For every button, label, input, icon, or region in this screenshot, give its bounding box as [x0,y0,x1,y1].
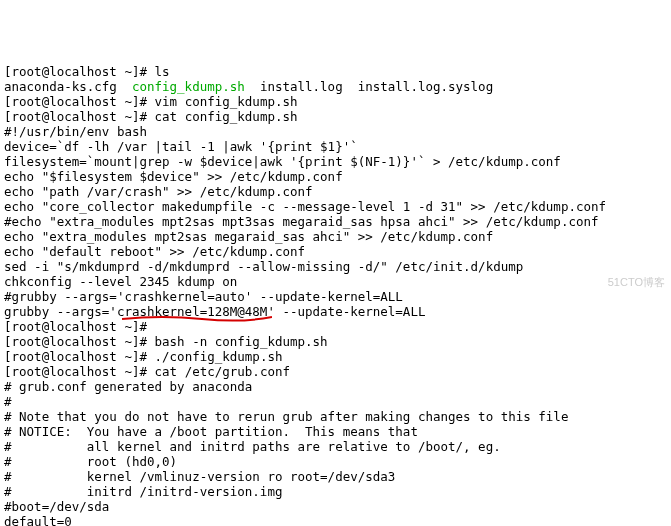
shell-prompt: [root@localhost ~]# [4,109,147,124]
command-text: vim config_kdump.sh [155,94,298,109]
script-line: #!/usr/bin/env bash [4,124,667,139]
script-line: filesystem=`mount|grep -w $device|awk '{… [4,154,667,169]
grub-line: # NOTICE: You have a /boot partition. Th… [4,424,667,439]
script-line: #grubby --args='crashkernel=auto' --upda… [4,289,667,304]
grub-line: # all kernel and initrd paths are relati… [4,439,667,454]
script-line: #echo "extra_modules mpt2sas mpt3sas meg… [4,214,667,229]
script-line: grubby --args='crashkernel=128M@48M' --u… [4,304,667,319]
grub-line: #boot=/dev/sda [4,499,667,514]
grub-line: # initrd /initrd-version.img [4,484,667,499]
shell-prompt: [root@localhost ~]# [4,349,147,364]
shell-prompt: [root@localhost ~]# [4,64,147,79]
grub-line: default=0 [4,514,667,526]
shell-prompt: [root@localhost ~]# [4,94,147,109]
grub-line: # Note that you do not have to rerun gru… [4,409,667,424]
shell-prompt: [root@localhost ~]# [4,364,147,379]
command-text: cat config_kdump.sh [155,109,298,124]
command-text: cat /etc/grub.conf [155,364,290,379]
shell-prompt: [root@localhost ~]# [4,319,147,334]
terminal-output[interactable]: [root@localhost ~]# lsanaconda-ks.cfg co… [4,64,667,526]
script-line: sed -i "s/mkdumprd -d/mkdumprd --allow-m… [4,259,667,274]
script-line: echo "core_collector makedumpfile -c --m… [4,199,667,214]
ls-file: anaconda-ks.cfg [4,79,132,94]
script-line: echo "default reboot" >> /etc/kdump.conf [4,244,667,259]
script-line: device=`df -lh /var |tail -1 |awk '{prin… [4,139,667,154]
grub-line: # grub.conf generated by anaconda [4,379,667,394]
script-line: chkconfig --level 2345 kdump on [4,274,667,289]
command-text: ls [155,64,170,79]
script-line: echo "path /var/crash" >> /etc/kdump.con… [4,184,667,199]
command-text: ./config_kdump.sh [155,349,283,364]
command-text: bash -n config_kdump.sh [155,334,328,349]
ls-file: install.log install.log.syslog [245,79,493,94]
shell-prompt: [root@localhost ~]# [4,334,147,349]
script-line: echo "extra_modules mpt2sas megaraid_sas… [4,229,667,244]
grub-line: # root (hd0,0) [4,454,667,469]
grub-line: # [4,394,667,409]
ls-file-executable: config_kdump.sh [132,79,245,94]
grub-line: # kernel /vmlinuz-version ro root=/dev/s… [4,469,667,484]
script-line: echo "$filesystem $device" >> /etc/kdump… [4,169,667,184]
